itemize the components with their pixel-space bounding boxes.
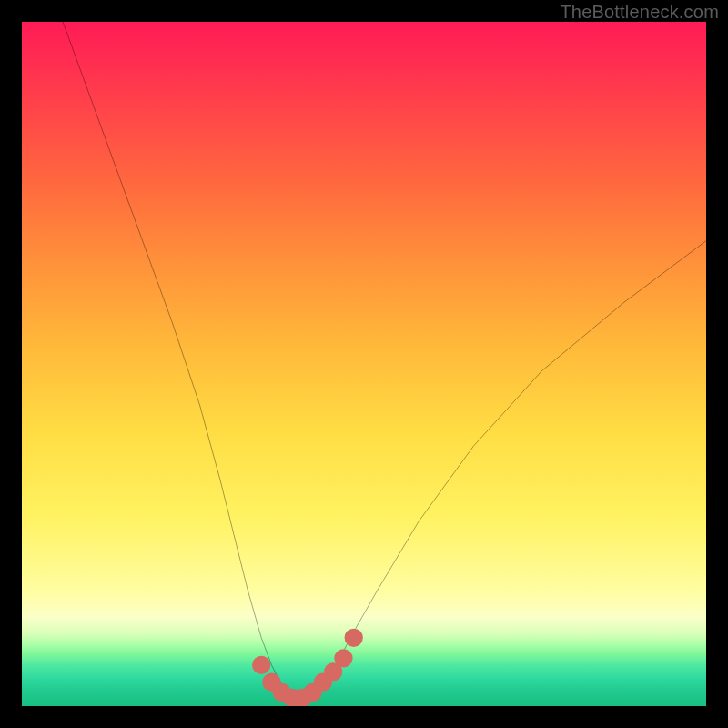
plot-area	[22, 22, 706, 706]
chart-frame: TheBottleneck.com	[0, 0, 728, 728]
curve-path	[63, 22, 706, 696]
valley-marker	[334, 649, 352, 667]
curve-layer	[22, 22, 706, 706]
valley-marker	[252, 656, 270, 674]
valley-marker	[345, 629, 363, 647]
valley-markers	[252, 629, 363, 706]
bottleneck-curve	[63, 22, 706, 696]
watermark-text: TheBottleneck.com	[560, 2, 719, 23]
